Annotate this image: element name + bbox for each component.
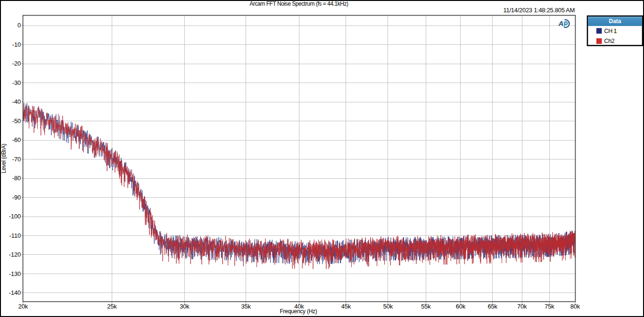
svg-text:-50: -50 [12, 117, 21, 125]
svg-text:80k: 80k [570, 303, 580, 310]
svg-text:-80: -80 [12, 175, 21, 182]
svg-text:-130: -130 [9, 270, 21, 277]
svg-text:-20: -20 [12, 60, 21, 67]
svg-text:55k: 55k [421, 303, 431, 310]
svg-text:-60: -60 [12, 136, 21, 143]
svg-text:75k: 75k [545, 303, 554, 310]
svg-text:-70: -70 [12, 156, 21, 163]
svg-text:0: 0 [17, 22, 21, 29]
svg-text:30k: 30k [180, 303, 190, 310]
svg-text:-100: -100 [9, 213, 21, 220]
svg-text:35k: 35k [241, 303, 251, 310]
svg-text:Frequency (Hz): Frequency (Hz) [280, 308, 317, 315]
svg-text:50k: 50k [383, 303, 393, 310]
svg-text:-10: -10 [12, 41, 21, 48]
svg-text:-120: -120 [9, 251, 21, 258]
svg-text:CH 1: CH 1 [604, 28, 617, 34]
svg-text:-140: -140 [9, 289, 21, 296]
svg-text:Arcam FFT Noise Spectrum (fs =: Arcam FFT Noise Spectrum (fs = 44.1kHz) [249, 0, 348, 7]
svg-text:60k: 60k [456, 303, 466, 310]
svg-text:Ch2: Ch2 [604, 38, 615, 44]
svg-text:A: A [558, 19, 564, 27]
svg-text:70k: 70k [517, 303, 527, 310]
svg-text:45k: 45k [341, 303, 351, 310]
svg-text:25k: 25k [107, 303, 117, 310]
svg-text:20k: 20k [18, 303, 28, 310]
svg-text:-40: -40 [12, 98, 21, 105]
svg-text:11/14/2023 1:48:25.805 AM: 11/14/2023 1:48:25.805 AM [504, 7, 575, 14]
svg-text:Level (dBrA): Level (dBrA) [0, 143, 7, 173]
svg-text:-90: -90 [12, 194, 21, 201]
svg-text:Data: Data [609, 18, 621, 25]
svg-text:65k: 65k [487, 303, 497, 310]
svg-text:-30: -30 [12, 79, 21, 86]
svg-text:-110: -110 [9, 232, 21, 239]
